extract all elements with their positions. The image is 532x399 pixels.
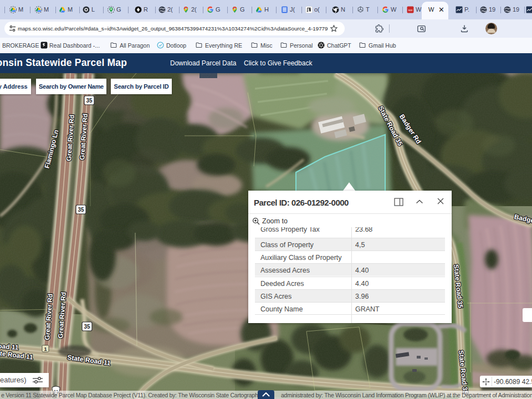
svg-text:35: 35 xyxy=(84,324,90,330)
svg-text:35: 35 xyxy=(86,98,93,104)
svg-text:1: 1 xyxy=(44,346,47,352)
svg-text:sco: sco xyxy=(408,9,412,12)
svg-text:35: 35 xyxy=(78,207,84,213)
